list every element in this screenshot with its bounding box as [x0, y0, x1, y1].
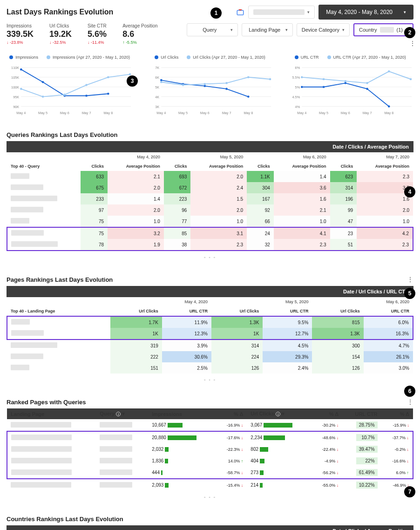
- svg-point-78: [409, 78, 412, 81]
- svg-point-71: [366, 88, 368, 90]
- table-row: 1,836 14.0% ↑ 404 -4.9% ↓ 22% -16.6% ↓: [7, 455, 413, 467]
- pager[interactable]: ◦ ◦ ◦: [7, 491, 413, 503]
- svg-point-75: [344, 80, 346, 82]
- svg-point-50: [226, 82, 228, 84]
- chart-legend: URL CTRURL CTR (Apr 27, 2020 - May 1, 20…: [287, 55, 413, 60]
- svg-text:May 5: May 5: [319, 111, 328, 115]
- metric-label: Site CTR: [88, 23, 107, 28]
- svg-point-23: [64, 94, 66, 96]
- svg-rect-0: [237, 10, 244, 15]
- svg-text:100K: 100K: [11, 85, 19, 89]
- svg-point-46: [247, 95, 250, 98]
- svg-text:May 7: May 7: [82, 111, 91, 115]
- svg-text:5%: 5%: [295, 85, 300, 89]
- svg-text:95K: 95K: [13, 95, 19, 99]
- svg-text:4.5%: 4.5%: [292, 95, 300, 99]
- annotation-badge-6: 6: [404, 386, 415, 397]
- filter-query[interactable]: Query▾: [187, 23, 238, 36]
- section-title-pages: Pages Rankings Last Days Evolution: [7, 276, 113, 283]
- metric-delta: ↓ -11.4%: [88, 40, 107, 45]
- annotation-badge-1: 1: [210, 7, 222, 19]
- chart-legend: ImpressionsImpressions (Apr 27, 2020 - M…: [7, 55, 133, 60]
- filters-more-icon[interactable]: ⋮: [410, 40, 415, 47]
- pager[interactable]: ◦ ◦ ◦: [7, 374, 413, 386]
- svg-text:May 8: May 8: [103, 111, 113, 115]
- svg-point-45: [226, 88, 228, 90]
- svg-text:3K: 3K: [156, 105, 160, 109]
- annotation-badge-2: 2: [404, 27, 415, 38]
- table-row: 6752.06722.43043.63143.5: [7, 182, 413, 193]
- chevron-down-icon: ▾: [342, 27, 345, 32]
- svg-point-69: [322, 86, 325, 88]
- pager[interactable]: ◦ ◦ ◦: [7, 251, 413, 264]
- svg-text:5.5%: 5.5%: [292, 75, 300, 80]
- svg-text:105K: 105K: [11, 75, 19, 80]
- page-title: Last Days Rankings Evolution: [7, 8, 113, 16]
- table-row: 781.9382.3322.3512.3: [7, 239, 413, 251]
- chevron-down-icon: ▾: [285, 27, 288, 32]
- section-title-countries: Countries Rankings Last Days Evolution: [7, 516, 123, 523]
- svg-point-72: [388, 105, 390, 108]
- table-row: 6332.16932.01.1K1.46232.3: [7, 171, 413, 182]
- metric-value: 8.6: [122, 29, 157, 39]
- chart: URL CTRURL CTR (Apr 27, 2020 - May 1, 20…: [287, 55, 413, 119]
- table-row: 22230.6%22429.3%15426.1%: [7, 351, 413, 362]
- svg-point-26: [129, 73, 131, 75]
- svg-text:4K: 4K: [156, 95, 160, 99]
- property-select[interactable]: ▾: [248, 6, 315, 19]
- svg-text:May 4: May 4: [16, 111, 26, 115]
- chevron-down-icon: ▾: [404, 10, 406, 14]
- svg-point-76: [366, 82, 368, 84]
- table-row: 10,667 -16.9% ↓ 3,067 -30.2% ↓ 28.75% -1…: [7, 419, 413, 431]
- svg-point-42: [160, 79, 163, 82]
- table-row: 2,093 -15.4% ↓ 214 -55.0% ↓ 10.22% -46.9…: [7, 479, 413, 491]
- svg-point-21: [20, 88, 22, 90]
- svg-point-20: [107, 93, 109, 95]
- svg-text:110K: 110K: [11, 66, 19, 70]
- svg-text:May 8: May 8: [384, 111, 393, 115]
- svg-text:6%: 6%: [295, 66, 300, 70]
- svg-text:May 4: May 4: [157, 111, 166, 115]
- table-row: 20,880 -17.6% ↓ 2,234 -48.6% ↓ 10.7% -37…: [7, 431, 413, 443]
- table-row: 1K12.3%1K12.7%1.3K16.3%: [7, 328, 413, 340]
- pages-more-icon[interactable]: ⋮: [407, 276, 413, 283]
- ranked-more-icon[interactable]: ⋮: [407, 398, 413, 406]
- metric-card: Average Position 8.6 ↑ -5.5%: [122, 23, 157, 45]
- queries-table: May 4, 2020May 5, 2020May 6, 2020May 7, …: [7, 152, 413, 251]
- metric-label: Average Position: [122, 23, 157, 28]
- table-row: 2331.42231.51671.61961.6: [7, 193, 413, 204]
- filter-landing-page[interactable]: Landing Page▾: [242, 23, 293, 36]
- chart: ImpressionsImpressions (Apr 27, 2020 - M…: [7, 55, 133, 119]
- queries-band: Date / Clicks / Average Position: [7, 141, 413, 152]
- table-row: 2,032 -22.3% ↓ 802 -22.4% ↓ 39.47% -0.2%…: [7, 443, 413, 455]
- annotation-badge-7: 7: [404, 486, 415, 497]
- svg-text:7K: 7K: [156, 66, 160, 70]
- chevron-down-icon: ▾: [230, 27, 233, 32]
- svg-text:May 5: May 5: [178, 111, 188, 115]
- ranked-table: Landing PageQuery i ▾ Impressions% Δ Url…: [7, 408, 413, 491]
- table-row: 1512.5%1262.4%1263.0%: [7, 362, 413, 374]
- date-range-select[interactable]: May 4, 2020 - May 8, 2020 ▾: [318, 5, 413, 20]
- metric-card: Site CTR 5.6% ↓ -11.4%: [88, 23, 107, 45]
- filter-device-category[interactable]: Device Category▾: [297, 23, 350, 36]
- table-row: 972.0962.0922.1992.0: [7, 204, 413, 216]
- svg-point-22: [42, 95, 44, 98]
- table-row: 751.0771.0661.0471.0: [7, 216, 413, 227]
- date-range-label: May 4, 2020 - May 8, 2020: [326, 9, 393, 15]
- svg-point-16: [20, 68, 22, 71]
- svg-point-44: [204, 85, 206, 87]
- svg-point-24: [85, 84, 88, 86]
- svg-point-49: [204, 83, 206, 85]
- metric-value: 339.5K: [7, 29, 34, 39]
- svg-point-19: [85, 95, 88, 97]
- data-source-icon: [236, 8, 244, 16]
- svg-text:6K: 6K: [156, 75, 160, 80]
- svg-text:May 6: May 6: [60, 111, 69, 115]
- pages-band: Date / Url Clicks / URL CTR: [7, 286, 413, 297]
- table-row: 444 -58.7% ↓ 273 -56.2% ↓ 61.49% 6.0% ↑: [7, 467, 413, 479]
- svg-text:May 5: May 5: [38, 111, 47, 115]
- svg-text:May 6: May 6: [200, 111, 210, 115]
- svg-point-77: [388, 70, 390, 73]
- svg-point-47: [160, 81, 163, 83]
- svg-text:May 6: May 6: [341, 111, 350, 115]
